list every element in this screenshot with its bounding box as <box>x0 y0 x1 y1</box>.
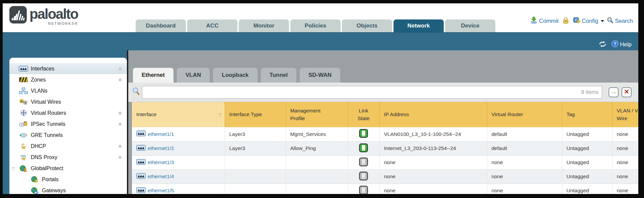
cell-tag: Untagged <box>562 184 612 194</box>
clear-filter-button[interactable]: × <box>622 87 632 97</box>
table-row[interactable]: ethernet1/3 none none Untagged none <box>132 155 638 169</box>
search-button[interactable]: Search <box>607 17 633 25</box>
tab-device[interactable]: Device <box>445 19 495 32</box>
link-state-down-icon <box>359 162 368 167</box>
sidebar-item-label: GRE Tunnels <box>31 132 63 138</box>
col-header-ip-address[interactable]: IP Address <box>379 102 487 127</box>
interface-link[interactable]: ethernet1/4 <box>148 174 174 180</box>
apply-filter-button[interactable]: → <box>609 87 619 97</box>
col-header-link-state[interactable]: Link State <box>348 102 379 127</box>
col-header-interface[interactable]: Interface ▽ <box>132 102 225 127</box>
status-dot <box>119 145 122 148</box>
tab-dashboard[interactable]: Dashboard <box>136 19 186 32</box>
sidebar-item-gateways[interactable]: Gateways <box>9 185 127 194</box>
help-button[interactable]: ? Help <box>612 40 632 49</box>
col-header-management-profile[interactable]: Management Profile <box>286 102 348 127</box>
cell-management-profile: Allow_Ping <box>286 141 348 155</box>
cell-virtual-router: default <box>487 127 562 141</box>
interface-link[interactable]: ethernet1/1 <box>148 131 174 137</box>
sidebar-item-gre-tunnels[interactable]: GRE Tunnels <box>9 130 127 141</box>
cell-link-state <box>348 141 379 155</box>
filter-input[interactable] <box>142 86 602 98</box>
cell-ip-address: none <box>379 184 487 194</box>
sidebar-item-zones[interactable]: Zones <box>9 74 127 85</box>
status-dot <box>119 67 122 70</box>
commit-icon <box>530 16 538 26</box>
subtab-loopback[interactable]: Loopback <box>213 68 257 83</box>
app-window: paloalto NETWORKS® Dashboard ACC Monitor… <box>3 3 638 194</box>
main-nav-tabs: Dashboard ACC Monitor Policies Objects N… <box>136 19 495 32</box>
items-count: 9 items <box>581 89 598 95</box>
ethernet-icon <box>136 173 146 180</box>
config-label: Config <box>582 18 598 24</box>
col-header-interface-type[interactable]: Interface Type <box>225 102 286 127</box>
interfaces-table: Interface ▽ Interface Type Management Pr… <box>132 102 638 194</box>
config-dropdown[interactable]: Config <box>573 17 604 25</box>
expand-caret-icon[interactable]: ▽ <box>12 166 15 171</box>
refresh-icon[interactable] <box>598 41 607 49</box>
gateways-icon <box>29 187 40 194</box>
cell-link-state <box>348 184 379 194</box>
tab-network[interactable]: Network <box>393 19 444 32</box>
dhcp-icon: IP <box>18 143 28 150</box>
sidebar-item-globalprotect[interactable]: ▽ GlobalProtect <box>9 163 127 174</box>
sidebar-item-label: DHCP <box>31 143 46 149</box>
link-state-up-icon <box>359 133 368 139</box>
table-row[interactable]: ethernet1/2 Layer3 Allow_Ping Internet_L… <box>132 141 638 155</box>
zones-icon <box>18 77 28 82</box>
sidebar-item-interfaces[interactable]: Interfaces <box>9 63 127 74</box>
subtab-vlan[interactable]: VLAN <box>177 68 210 83</box>
col-header-tag[interactable]: Tag <box>562 102 612 127</box>
col-header-vlan-virtual-wire[interactable]: VLAN / Virtual Wire <box>612 102 638 127</box>
cell-link-state <box>348 127 379 141</box>
brand-subtitle: NETWORKS® <box>29 21 78 26</box>
paloalto-logo-text: paloalto NETWORKS® <box>29 6 78 26</box>
tab-acc[interactable]: ACC <box>187 19 237 32</box>
tab-policies[interactable]: Policies <box>290 19 341 32</box>
interface-link[interactable]: ethernet1/3 <box>148 159 174 165</box>
tab-monitor[interactable]: Monitor <box>239 19 289 32</box>
sidebar-item-virtual-routers[interactable]: Virtual Routers <box>9 107 127 118</box>
sidebar-item-ipsec-tunnels[interactable]: IPSec Tunnels <box>9 118 127 130</box>
sidebar-item-label: Portals <box>42 177 59 183</box>
chevron-down-icon <box>601 20 604 22</box>
cell-management-profile <box>286 184 348 194</box>
table-row[interactable]: ethernet1/4 none none Untagged none <box>132 169 638 184</box>
dns-proxy-icon: DNS <box>18 154 28 161</box>
cell-interface-type <box>225 184 286 194</box>
tab-objects[interactable]: Objects <box>342 19 392 32</box>
sidebar-item-label: Zones <box>31 77 46 83</box>
ethernet-icon <box>136 159 146 166</box>
sort-dropdown-icon[interactable]: ▽ <box>216 102 225 127</box>
cell-interface-type <box>225 155 286 169</box>
paloalto-logo-icon <box>9 6 27 23</box>
cell-vlan: none <box>612 155 638 169</box>
interface-link[interactable]: ethernet1/2 <box>148 145 174 151</box>
sidebar-item-dhcp[interactable]: IP DHCP <box>9 141 127 152</box>
interface-link[interactable]: ethernet1/5 <box>148 188 174 194</box>
sidebar-panel: Interfaces Zones VLANs <box>9 58 127 194</box>
table-row[interactable]: ethernet1/1 Layer3 Mgmt_Services VLAN010… <box>132 127 638 141</box>
green-arrow-icon: → <box>611 89 617 95</box>
paloalto-logo: paloalto NETWORKS® <box>9 6 78 26</box>
sidebar-item-virtual-wires[interactable]: Virtual Wires <box>9 96 127 107</box>
subtab-ethernet[interactable]: Ethernet <box>133 68 173 83</box>
table-row[interactable]: ethernet1/5 none none Untagged none <box>132 184 638 194</box>
main-area: Interfaces Zones VLANs <box>3 50 638 194</box>
screenshot-frame: paloalto NETWORKS® Dashboard ACC Monitor… <box>0 0 644 198</box>
commit-button[interactable]: Commit <box>530 16 559 26</box>
sidebar-item-vlans[interactable]: VLANs <box>9 85 127 96</box>
sidebar-item-dns-proxy[interactable]: DNS DNS Proxy <box>9 152 127 163</box>
ethernet-icon <box>18 66 28 71</box>
cell-ip-address: VLAN0100_L3_10-1-100-254--24 <box>379 127 487 141</box>
cell-vlan: none <box>612 127 638 141</box>
link-state-down-icon <box>359 190 368 194</box>
status-dot <box>119 122 122 126</box>
col-header-virtual-router[interactable]: Virtual Router <box>487 102 562 127</box>
subtab-tunnel[interactable]: Tunnel <box>261 68 296 83</box>
sidebar-item-portals[interactable]: Portals <box>9 174 127 185</box>
subtab-sdwan[interactable]: SD-WAN <box>300 68 340 83</box>
lock-icon[interactable] <box>563 17 569 26</box>
cell-interface-type: Layer3 <box>225 141 286 155</box>
status-dot <box>119 78 122 81</box>
